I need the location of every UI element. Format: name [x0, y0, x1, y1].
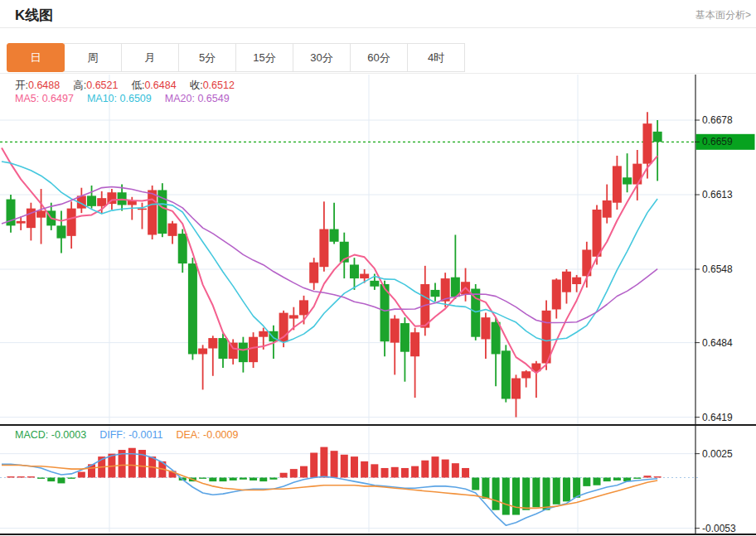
candle-body [521, 371, 531, 378]
macd-hist-bar [482, 478, 489, 499]
y-axis: 0.66780.66130.65480.64840.64190.0025-0.0… [695, 75, 755, 534]
candlesticks [7, 112, 662, 417]
macd-hist-bar [310, 453, 317, 478]
y-axis-label: 0.6484 [702, 337, 733, 349]
close-label: 收: [190, 80, 203, 91]
last-price-label: 0.6659 [702, 136, 733, 147]
close-value: 0.6512 [203, 80, 235, 91]
candle-body [218, 338, 227, 359]
candle-body [613, 166, 622, 202]
macd-hist-bar [47, 478, 55, 482]
candle-body [642, 123, 652, 163]
candle-body [168, 224, 177, 236]
macd-hist-bar [57, 478, 65, 484]
ma5-label: MA5: [15, 93, 39, 104]
candle-body [410, 332, 419, 356]
candle-body [239, 343, 248, 363]
macd-hist-bar [17, 476, 25, 477]
macd-hist-bar [421, 461, 429, 478]
macd-hist-bar [68, 478, 75, 479]
candle-body [562, 272, 571, 292]
candle-body [603, 200, 612, 218]
candle-body [552, 279, 561, 309]
y-axis-label: 0.6419 [702, 412, 733, 423]
candle-body [481, 317, 490, 339]
open-label: 开: [15, 80, 28, 91]
high-value: 0.6521 [86, 80, 118, 91]
macd-hist-bar [633, 478, 641, 479]
candle-body [623, 177, 632, 184]
ohlc-readout: 开:0.6488 高:0.6521 低:0.6484 收:0.6512 [15, 79, 235, 93]
macd-hist-bar [472, 478, 479, 490]
macd-hist-bar [351, 456, 358, 477]
macd-hist-bar [431, 456, 439, 477]
macd-hist-bar [331, 451, 338, 477]
y-axis-label: 0.6678 [702, 114, 733, 126]
candle-body [400, 323, 410, 352]
macd-hist-bar [290, 469, 298, 477]
candle-body [36, 210, 46, 217]
candle-body [249, 337, 258, 362]
macd-hist-bar [452, 463, 459, 477]
macd-hist-bar [603, 478, 611, 482]
macd-hist-bar [320, 447, 327, 478]
bottom-border [0, 534, 756, 535]
macd-hist-bar [594, 478, 601, 485]
macd-hist-bar [219, 478, 226, 482]
macd-hist-bar [371, 464, 378, 477]
candle-body [138, 209, 147, 210]
macd-hist-bar [563, 478, 570, 502]
macd-hist-bar [128, 448, 136, 478]
macd-hist-bar [381, 468, 389, 478]
macd-axis-label: -0.0053 [702, 523, 736, 534]
macd-panel [0, 447, 700, 526]
macd-hist-bar [522, 478, 530, 510]
macd-hist-bar [583, 478, 590, 486]
candle-body [370, 281, 379, 287]
macd-axis-label: 0.0025 [702, 448, 733, 460]
macd-hist-bar [492, 478, 500, 510]
candle-body [56, 225, 65, 238]
macd-readout: MACD: -0.0003 DIFF: -0.0011 DEA: -0.0009 [15, 429, 238, 441]
candle-body [430, 290, 439, 297]
candle-body [309, 263, 318, 283]
macd-hist-bar [280, 473, 288, 478]
low-value: 0.6484 [144, 80, 176, 91]
dea-value: -0.0009 [203, 429, 238, 441]
candle-body [653, 132, 662, 142]
tab-day[interactable]: 日 [7, 43, 65, 72]
macd-hist-bar [543, 478, 550, 510]
candle-body [198, 349, 207, 355]
macd-hist-bar [553, 478, 560, 505]
ma5-value: 0.6497 [42, 93, 74, 104]
candle-body [208, 338, 217, 348]
candle-body [492, 322, 501, 355]
macd-hist-bar [259, 478, 267, 482]
candle-body [299, 300, 308, 315]
candle-body [97, 198, 106, 206]
macd-hist-bar [613, 478, 621, 480]
macd-hist-bar [462, 468, 469, 478]
macd-hist-bar [7, 476, 15, 477]
candle-body [289, 315, 298, 318]
candle-body [178, 234, 187, 263]
macd-hist-bar [250, 478, 257, 480]
diff-label: DIFF: [99, 429, 125, 441]
macd-hist-bar [411, 466, 419, 478]
macd-hist-bar [230, 478, 237, 480]
macd-hist-bar [401, 468, 409, 478]
macd-hist-bar [240, 478, 247, 480]
open-value: 0.6488 [28, 80, 60, 91]
ma10-value: 0.6509 [120, 93, 152, 104]
candle-body [17, 221, 26, 224]
candle-body [330, 229, 339, 242]
macd-hist-bar [300, 466, 308, 478]
macd-hist-bar [442, 460, 449, 478]
candle-body [67, 209, 76, 236]
candle-body [572, 278, 581, 284]
ma10-label: MA10: [87, 93, 117, 104]
macd-hist-bar [341, 455, 348, 478]
macd-hist-bar [391, 467, 399, 478]
ma20-label: MA20: [165, 93, 195, 104]
ma20-value: 0.6549 [197, 93, 229, 104]
